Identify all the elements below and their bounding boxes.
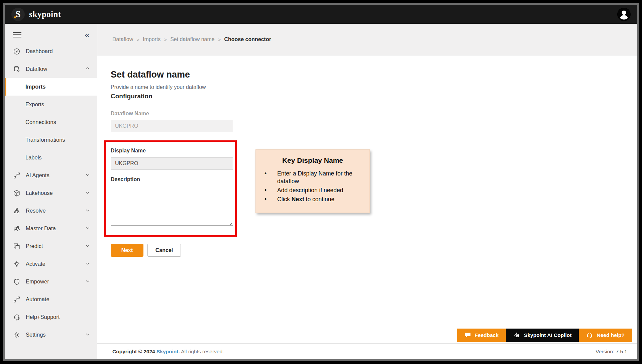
copyright-text: Copyright © 2024 Skypoint. All rights re…: [112, 349, 224, 355]
master-data-icon: [13, 225, 21, 233]
chevron-down-icon[interactable]: [85, 332, 90, 338]
chevron-down-icon[interactable]: [85, 261, 90, 267]
breadcrumb-dataflow[interactable]: Dataflow: [112, 36, 133, 42]
sidebar-item-ai-agents[interactable]: AI Agents: [5, 166, 97, 184]
description-field[interactable]: [111, 186, 233, 226]
chevron-up-icon[interactable]: [85, 66, 90, 73]
page-content: Set dataflow name Provide a name to iden…: [97, 55, 637, 343]
need-help-button[interactable]: Need help?: [579, 329, 632, 342]
callout-bullet: • Click Next to continue: [262, 196, 363, 203]
sidebar-item-label: Transformations: [25, 137, 65, 143]
logo-letter: S: [15, 9, 20, 19]
sidebar-item-master-data[interactable]: Master Data: [5, 220, 97, 237]
skypoint-ai-copilot-button[interactable]: Skypoint AI Copilot: [506, 329, 579, 342]
sidebar-item-label: Automate: [26, 296, 49, 302]
breadcrumb-bar: Dataflow > Imports > Set dataflow name >…: [97, 24, 637, 55]
skypoint-link[interactable]: Skypoint.: [156, 349, 180, 354]
breadcrumb-separator: >: [136, 37, 139, 42]
key-display-name-callout: Key Display Name • Enter a Display Name …: [255, 149, 370, 213]
sidebar-item-label: Activate: [26, 261, 45, 267]
sidebar-item-automate[interactable]: Automate: [5, 290, 97, 308]
activate-icon: [13, 260, 21, 268]
sidebar-item-help-support[interactable]: Help+Support: [5, 308, 97, 326]
page-subtitle: Provide a name to identify your dataflow: [111, 84, 637, 90]
automate-icon: [13, 295, 21, 304]
form-actions: Next Cancel: [111, 244, 637, 257]
cancel-button[interactable]: Cancel: [147, 244, 181, 257]
sidebar-item-imports[interactable]: Imports: [5, 78, 97, 96]
gear-icon: [13, 331, 21, 339]
chevron-down-icon[interactable]: [85, 190, 90, 197]
sidebar-item-dashboard[interactable]: Dashboard: [5, 42, 97, 60]
chevron-down-icon[interactable]: [85, 172, 90, 179]
display-name-label: Display Name: [111, 148, 231, 154]
sidebar-item-label: Master Data: [26, 225, 56, 232]
chevron-down-icon[interactable]: [85, 208, 90, 214]
callout-title: Key Display Name: [262, 156, 363, 164]
next-button[interactable]: Next: [111, 244, 143, 257]
logo-dot-icon: [14, 16, 16, 18]
sidebar-item-label: Settings: [26, 332, 46, 338]
sidebar-item-empower[interactable]: Empower: [5, 273, 97, 290]
collapse-sidebar-icon[interactable]: «: [85, 30, 90, 39]
highlight-red-box: Display Name Description: [104, 140, 237, 237]
sidebar-item-activate[interactable]: Activate: [5, 255, 97, 273]
dashboard-icon: [13, 47, 21, 55]
user-avatar[interactable]: [617, 8, 631, 21]
sidebar-item-settings[interactable]: Settings: [5, 326, 97, 344]
version-text: Version: 7.5.1: [596, 349, 627, 355]
main-area: Dataflow > Imports > Set dataflow name >…: [97, 24, 637, 359]
bullet-marker: •: [262, 170, 277, 185]
sidebar-item-predict[interactable]: Predict: [5, 237, 97, 255]
sidebar-item-label: Labels: [25, 154, 42, 161]
app-body: « Dashboard Dataflow: [5, 24, 637, 359]
sidebar-nav: Dashboard Dataflow Imports Exports: [5, 42, 97, 359]
feedback-button[interactable]: Feedback: [457, 329, 506, 342]
headset-icon: [13, 313, 21, 321]
chevron-down-icon[interactable]: [85, 225, 90, 232]
configuration-section-title: Configuration: [111, 93, 637, 100]
sidebar-item-connections[interactable]: Connections: [5, 113, 97, 131]
breadcrumb-separator: >: [164, 37, 167, 42]
description-label: Description: [111, 176, 231, 183]
sidebar-item-transformations[interactable]: Transformations: [5, 131, 97, 149]
breadcrumb-set-dataflow-name[interactable]: Set dataflow name: [170, 36, 215, 42]
lakehouse-icon: [13, 189, 21, 197]
footer: Copyright © 2024 Skypoint. All rights re…: [97, 343, 637, 359]
sidebar-item-lakehouse[interactable]: Lakehouse: [5, 184, 97, 202]
sidebar-item-label: Help+Support: [26, 314, 60, 320]
sidebar-item-dataflow[interactable]: Dataflow: [5, 60, 97, 78]
dataflow-name-label: Dataflow Name: [111, 111, 637, 117]
breadcrumb-choose-connector: Choose connector: [224, 36, 271, 42]
sidebar-item-label: AI Agents: [26, 172, 49, 178]
ai-agents-icon: [13, 171, 21, 179]
sidebar-header: «: [5, 24, 97, 42]
robot-icon: [513, 332, 520, 339]
feedback-icon: [464, 332, 471, 338]
skypoint-logo: S: [11, 8, 25, 21]
sidebar-item-resolve[interactable]: Resolve: [5, 202, 97, 220]
person-icon: [617, 8, 631, 21]
bullet-marker: •: [262, 196, 277, 203]
resolve-icon: [13, 207, 21, 215]
sidebar-item-label: Predict: [26, 243, 43, 249]
help-button-row: Feedback Skypoint AI Copilot Need help?: [457, 329, 632, 342]
callout-bullet: • Enter a Display Name for the dataflow: [262, 170, 363, 185]
sidebar-item-exports[interactable]: Exports: [5, 96, 97, 113]
display-name-field[interactable]: [111, 157, 233, 169]
headset-icon: [586, 332, 593, 339]
sidebar: « Dashboard Dataflow: [5, 24, 97, 359]
page-title: Set dataflow name: [111, 70, 637, 80]
breadcrumb-separator: >: [218, 37, 221, 42]
hamburger-menu-icon[interactable]: [13, 30, 21, 39]
chevron-down-icon[interactable]: [85, 243, 90, 250]
sidebar-item-labels[interactable]: Labels: [5, 149, 97, 166]
chevron-down-icon[interactable]: [85, 278, 90, 285]
brand-name: skypoint: [29, 10, 61, 19]
callout-bullet-list: • Enter a Display Name for the dataflow …: [262, 170, 363, 203]
dataflow-icon: [13, 65, 21, 73]
sidebar-item-label: Empower: [26, 278, 49, 285]
sidebar-item-label: Imports: [25, 84, 46, 90]
breadcrumb-imports[interactable]: Imports: [143, 36, 160, 42]
dataflow-name-field: [111, 120, 233, 132]
